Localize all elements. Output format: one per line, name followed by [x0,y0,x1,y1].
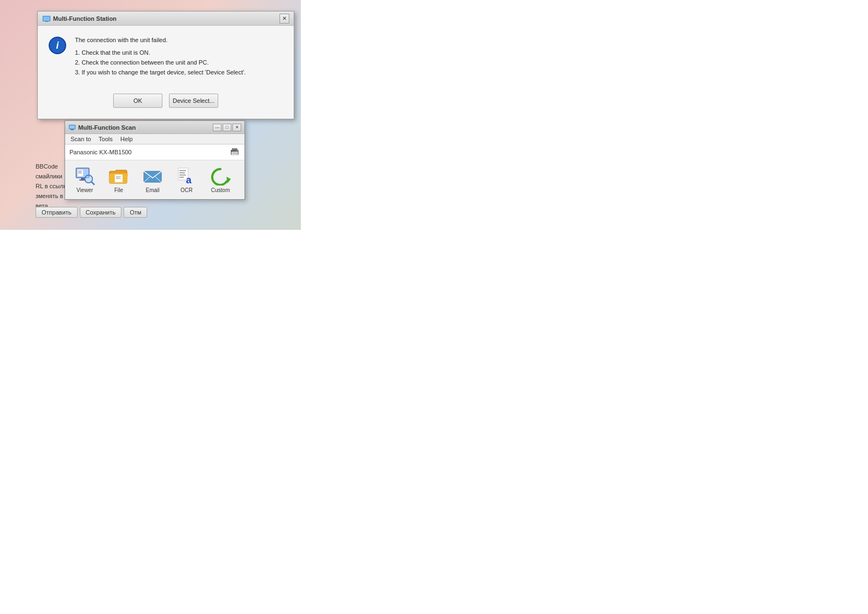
error-dialog-buttons: OK Device Select... [49,88,283,108]
email-icon [142,166,164,186]
svg-rect-30 [179,175,186,176]
svg-rect-29 [179,172,185,173]
close-button[interactable]: ✕ [232,124,241,131]
svg-rect-4 [69,125,75,129]
ok-button[interactable]: OK [113,94,162,108]
email-label: Email [145,187,159,193]
forum-buttons-area: Отправить Сохранить Отм [36,207,147,218]
error-dialog-close-button[interactable]: ✕ [279,14,289,24]
ocr-icon: a [176,166,197,186]
scan-menubar: Scan to Tools Help [65,134,244,144]
svg-line-21 [91,182,94,184]
info-icon: i [49,37,66,54]
scan-buttons-area: Viewer File [65,160,244,199]
svg-rect-23 [116,176,121,177]
ocr-button[interactable]: a OCR [170,164,203,196]
ocr-label: OCR [180,187,193,193]
svg-point-10 [237,150,238,152]
svg-rect-14 [78,171,82,171]
error-message-area: The connection with the unit failed. 1. … [75,37,283,77]
error-dialog: Multi-Function Station ✕ i The connectio… [37,11,294,119]
scan-window: Multi-Function Scan — □ ✕ Scan to Tools … [65,120,245,200]
svg-rect-15 [78,172,81,172]
menu-help[interactable]: Help [117,135,136,143]
minimize-button[interactable]: — [213,124,222,131]
error-dialog-title: Multi-Function Station [42,14,116,23]
file-icon [108,166,130,186]
svg-rect-2 [45,21,48,22]
custom-label: Custom [211,187,230,193]
menu-scan-to[interactable]: Scan to [67,135,94,143]
error-step-3: 3. If you wish to change the target devi… [75,67,283,77]
svg-rect-9 [232,153,237,154]
error-steps: 1. Check that the unit is ON. 2. Check t… [75,48,283,77]
scan-window-title: Multi-Function Scan [68,124,136,131]
svg-rect-17 [81,178,84,179]
viewer-label: Viewer [77,187,93,193]
error-dialog-titlebar: Multi-Function Station ✕ [38,11,294,26]
device-name-label: Panasonic KX-MB1500 [69,149,132,155]
viewer-button[interactable]: Viewer [68,164,101,196]
error-step-2: 2. Check the connection between the unit… [75,57,283,67]
dialog-app-icon [42,14,51,23]
custom-button[interactable]: Custom [204,164,237,196]
svg-rect-25 [116,178,121,179]
scan-title-icon [68,124,76,131]
svg-point-20 [86,176,91,182]
printer-icon[interactable] [229,147,240,158]
scan-titlebar: Multi-Function Scan — □ ✕ [65,121,244,134]
svg-rect-31 [179,177,184,178]
svg-rect-28 [179,170,186,171]
menu-tools[interactable]: Tools [95,135,116,143]
svg-rect-7 [232,148,237,150]
forum-line-3: RL в ссылк [36,181,66,191]
forum-text-area: BBCode смайлики RL в ссылк зменять в вет… [36,161,66,211]
file-label: File [114,187,123,193]
save-button[interactable]: Сохранить [80,207,122,218]
error-dialog-body: i The connection with the unit failed. 1… [38,26,294,119]
svg-text:a: a [186,175,192,186]
scan-device-row: Panasonic KX-MB1500 [65,144,244,160]
other-button[interactable]: Отм [124,207,147,218]
file-button[interactable]: File [102,164,135,196]
forum-line-1: BBCode [36,161,66,171]
email-button[interactable]: Email [136,164,169,196]
error-dialog-content: i The connection with the unit failed. 1… [49,37,283,77]
error-main-message: The connection with the unit failed. [75,37,283,43]
viewer-icon [74,166,96,186]
svg-rect-16 [78,173,82,173]
window-controls: — □ ✕ [213,124,241,131]
custom-icon [209,166,231,186]
restore-button[interactable]: □ [223,124,231,131]
svg-rect-1 [43,16,50,21]
error-step-1: 1. Check that the unit is ON. [75,48,283,57]
svg-rect-5 [71,129,74,130]
device-select-button[interactable]: Device Select... [169,94,218,108]
svg-rect-24 [116,177,120,178]
send-button[interactable]: Отправить [36,207,78,218]
forum-line-4: зменять в [36,191,66,201]
forum-line-2: смайлики [36,171,66,181]
